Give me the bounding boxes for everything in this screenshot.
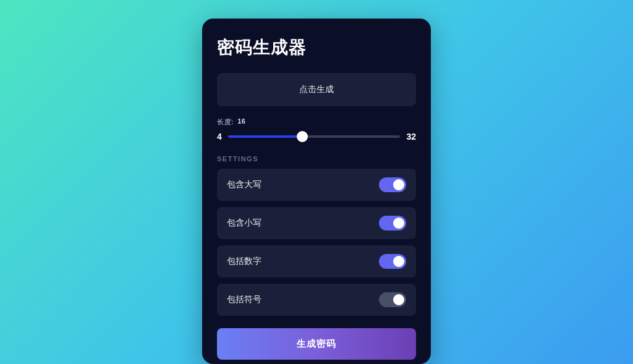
length-label: 长度:	[217, 117, 234, 127]
setting-uppercase-label: 包含大写	[227, 179, 261, 190]
toggle-uppercase[interactable]	[379, 177, 406, 192]
setting-numbers-label: 包括数字	[227, 256, 261, 267]
setting-lowercase: 包含小写	[217, 207, 416, 239]
setting-lowercase-label: 包含小写	[227, 218, 261, 229]
setting-uppercase: 包含大写	[217, 169, 416, 201]
password-output[interactable]: 点击生成	[217, 73, 416, 106]
length-label-row: 长度: 16	[217, 117, 416, 127]
slider-thumb[interactable]	[297, 131, 308, 142]
settings-header: SETTINGS	[217, 155, 416, 163]
toggle-lowercase[interactable]	[379, 216, 406, 231]
app-title: 密码生成器	[217, 36, 416, 59]
setting-symbols: 包括符号	[217, 284, 416, 316]
toggle-knob	[393, 256, 404, 267]
setting-numbers: 包括数字	[217, 245, 416, 277]
slider-fill	[228, 135, 302, 138]
toggle-knob	[393, 294, 404, 305]
setting-symbols-label: 包括符号	[227, 294, 261, 305]
length-slider[interactable]	[228, 132, 401, 142]
length-min: 4	[217, 132, 222, 142]
toggle-knob	[393, 179, 404, 190]
toggle-knob	[393, 218, 404, 229]
toggle-numbers[interactable]	[379, 254, 406, 269]
length-max: 32	[406, 132, 416, 142]
length-slider-row: 4 32	[217, 132, 416, 142]
length-value: 16	[237, 117, 245, 127]
password-generator-card: 密码生成器 点击生成 长度: 16 4 32 SETTINGS 包含大写 包含小…	[202, 19, 431, 364]
generate-button[interactable]: 生成密码	[217, 328, 416, 360]
toggle-symbols[interactable]	[379, 292, 406, 307]
